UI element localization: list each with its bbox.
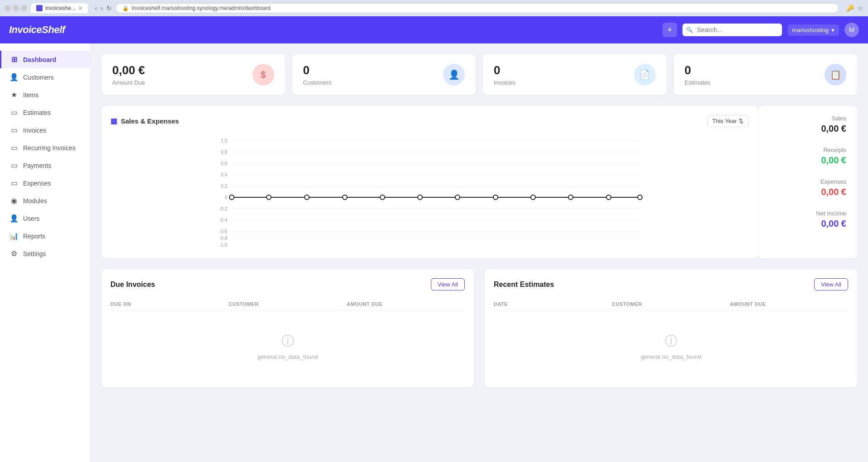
due-invoices-view-all[interactable]: View All xyxy=(431,278,465,291)
recurring-invoices-icon: ▭ xyxy=(10,143,19,152)
sidebar-item-recurring-invoices[interactable]: ▭ Recurring Invoices xyxy=(0,139,90,157)
svg-text:0.4: 0.4 xyxy=(221,172,227,177)
sidebar-label-settings: Settings xyxy=(23,250,46,257)
url-text: invoiceshelf.mariushosting.synology.me/a… xyxy=(132,5,271,11)
sidebar-item-dashboard[interactable]: ⊞ Dashboard xyxy=(0,51,90,68)
net-income-label: Net Income xyxy=(768,210,846,217)
tab-favicon xyxy=(36,5,43,11)
amount-due-value: 0,00 € xyxy=(112,63,145,77)
invoices-label: Invoices xyxy=(494,79,515,86)
browser-tab[interactable]: invoiceshe... ✕ xyxy=(31,3,88,13)
users-icon: 👤 xyxy=(10,214,19,223)
svg-point-27 xyxy=(418,195,422,200)
reload-button[interactable]: ↻ xyxy=(106,5,112,12)
dropdown-icon: ▾ xyxy=(831,27,835,33)
chart-filter-label: This Year xyxy=(712,118,737,124)
stat-info-invoices: 0 Invoices xyxy=(494,63,515,86)
recent-estimates-view-all[interactable]: View All xyxy=(814,278,848,291)
sidebar-item-users[interactable]: 👤 Users xyxy=(0,210,90,227)
sidebar-item-estimates[interactable]: ▭ Estimates xyxy=(0,104,90,121)
sidebar-label-payments: Payments xyxy=(23,162,51,169)
back-button[interactable]: ‹ xyxy=(95,5,97,12)
col-due-on: DUE ON xyxy=(110,301,229,307)
svg-text:-0.2: -0.2 xyxy=(219,206,228,211)
side-stat-expenses: Expenses 0,00 € xyxy=(768,178,846,197)
expenses-icon: ▭ xyxy=(10,179,19,187)
sidebar-label-recurring-invoices: Recurring Invoices xyxy=(23,144,76,152)
recent-estimates-cols: DATE CUSTOMER AMOUNT DUE xyxy=(494,298,848,311)
sidebar-item-customers[interactable]: 👤 Customers xyxy=(0,68,90,86)
due-invoices-header: Due Invoices View All xyxy=(110,278,465,291)
sidebar-label-modules: Modules xyxy=(23,197,47,205)
window-close[interactable] xyxy=(21,5,27,11)
svg-point-28 xyxy=(455,195,460,200)
due-invoices-empty-text: general.no_data_found xyxy=(258,353,318,360)
svg-point-26 xyxy=(380,195,385,200)
invoices-stat-icon: 📄 xyxy=(634,64,656,86)
svg-point-24 xyxy=(305,195,309,200)
sidebar-item-reports[interactable]: 📊 Reports xyxy=(0,227,90,245)
sidebar-item-modules[interactable]: ◉ Modules xyxy=(0,192,90,210)
recent-estimates-header: Recent Estimates View All xyxy=(494,278,848,291)
sidebar-item-expenses[interactable]: ▭ Expenses xyxy=(0,174,90,192)
sidebar-label-reports: Reports xyxy=(23,233,45,240)
stat-info-estimates: 0 Estimates xyxy=(685,63,711,86)
side-stat-net-income: Net Income 0,00 € xyxy=(768,210,846,229)
amount-due-icon: $ xyxy=(253,64,274,86)
svg-text:1.0: 1.0 xyxy=(221,138,227,143)
dashboard-icon: ⊞ xyxy=(10,55,19,64)
estimates-icon: ▭ xyxy=(10,108,19,117)
due-invoices-card: Due Invoices View All DUE ON CUSTOMER AM… xyxy=(101,269,474,387)
sidebar-item-settings[interactable]: ⚙ Settings xyxy=(0,245,90,262)
add-button[interactable]: + xyxy=(663,23,677,37)
items-icon: ★ xyxy=(10,90,19,99)
estimates-label: Estimates xyxy=(685,79,711,86)
col-est-customer: CUSTOMER xyxy=(612,301,730,307)
invoices-value: 0 xyxy=(494,63,515,77)
empty-circle-icon-2: ⓘ xyxy=(665,333,677,350)
user-name: mariushosting xyxy=(792,27,829,33)
amount-due-label: Amount Due xyxy=(112,79,145,86)
chart-card: ▦ Sales & Expenses This Year ⇅ 1.0 0.8 0… xyxy=(101,106,758,258)
sidebar-item-invoices[interactable]: ▭ Invoices xyxy=(0,121,90,139)
window-maximize[interactable] xyxy=(13,5,19,11)
tab-close-button[interactable]: ✕ xyxy=(78,5,82,11)
recent-estimates-empty: ⓘ general.no_data_found xyxy=(494,314,848,378)
invoices-icon: ▭ xyxy=(10,126,19,134)
stat-card-estimates: 0 Estimates 📋 xyxy=(674,54,858,95)
forward-button[interactable]: › xyxy=(100,5,103,12)
expenses-label: Expenses xyxy=(768,178,846,185)
main-content: 0,00 € Amount Due $ 0 Customers 👤 0 Invo… xyxy=(91,43,868,462)
tables-section: Due Invoices View All DUE ON CUSTOMER AM… xyxy=(101,269,857,387)
col-date: DATE xyxy=(494,301,612,307)
chart-filter-button[interactable]: This Year ⇅ xyxy=(707,115,749,127)
window-minimize[interactable] xyxy=(5,5,11,11)
customers-icon: 👤 xyxy=(10,73,19,81)
sidebar-item-items[interactable]: ★ Items xyxy=(0,86,90,104)
chart-header: ▦ Sales & Expenses This Year ⇅ xyxy=(110,115,749,127)
app-logo: InvoiceShelf xyxy=(9,24,655,36)
side-stats-panel: Sales 0,00 € Receipts 0,00 € Expenses 0,… xyxy=(758,106,857,258)
bookmark-icon[interactable]: ☆ xyxy=(858,5,863,12)
empty-circle-icon: ⓘ xyxy=(281,333,294,350)
app-header: InvoiceShelf + mariushosting ▾ M xyxy=(0,16,868,43)
search-input[interactable] xyxy=(682,24,782,36)
dashboard-bottom: ▦ Sales & Expenses This Year ⇅ 1.0 0.8 0… xyxy=(101,106,857,258)
sidebar-label-expenses: Expenses xyxy=(23,180,51,187)
settings-icon: ⚙ xyxy=(10,249,19,258)
svg-text:-0.8: -0.8 xyxy=(219,236,228,241)
sidebar-item-payments[interactable]: ▭ Payments xyxy=(0,157,90,174)
chart-title-text: Sales & Expenses xyxy=(121,117,179,125)
browser-right-icons: 🔑 ☆ xyxy=(846,5,863,12)
estimates-value: 0 xyxy=(685,63,711,77)
address-bar[interactable]: 🔒 invoiceshelf.mariushosting.synology.me… xyxy=(115,3,839,13)
estimates-stat-icon: 📋 xyxy=(825,64,846,86)
user-menu-button[interactable]: mariushosting ▾ xyxy=(787,24,839,36)
customers-stat-icon: 👤 xyxy=(443,64,465,86)
col-due-customer: CUSTOMER xyxy=(229,301,347,307)
svg-text:0: 0 xyxy=(224,195,227,200)
sales-label: Sales xyxy=(768,115,846,122)
chart-filter-icon: ⇅ xyxy=(739,118,744,124)
sidebar-label-customers: Customers xyxy=(23,74,54,81)
sidebar: ⊞ Dashboard 👤 Customers ★ Items ▭ Estima… xyxy=(0,43,91,462)
